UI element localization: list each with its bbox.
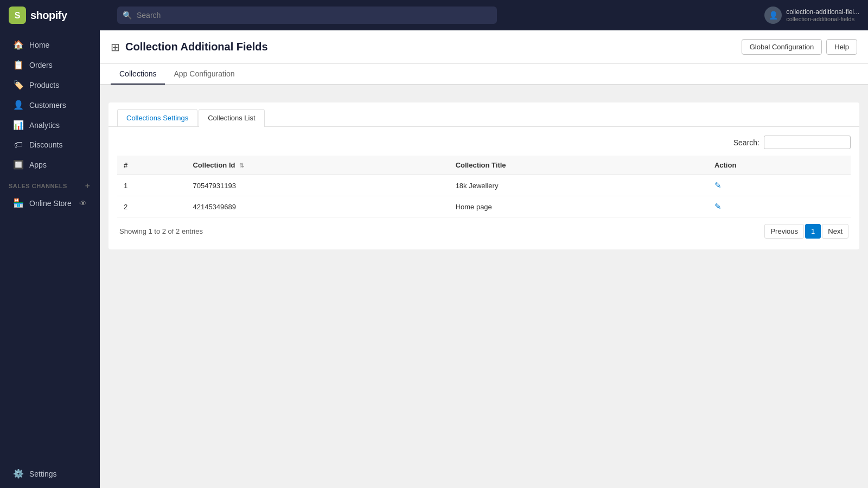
search-input[interactable] [117,7,497,24]
search-row: Search: [117,136,851,149]
cell-collection-title: Home page [449,196,708,217]
cell-collection-id: 42145349689 [186,196,449,217]
cell-action: ✎ [708,196,851,217]
cell-action: ✎ [708,175,851,196]
analytics-icon: 📊 [13,120,24,130]
main-content-area: Collections Settings Collections List Se… [100,85,868,258]
next-button[interactable]: Next [822,224,848,239]
page-title: Collection Additional Fields [125,41,268,53]
search-label: Search: [733,138,760,147]
online-store-icon: 🏪 [13,198,24,208]
cell-collection-id: 70547931193 [186,175,449,196]
page-1-button[interactable]: 1 [805,224,821,239]
table-search-input[interactable] [764,136,851,149]
sort-icon-collection-id: ⇅ [239,162,244,169]
table-area: Search: # Collection Id [108,127,859,249]
sales-channels-label: SALES CHANNELS ＋ [0,175,100,193]
table-header-row: # Collection Id ⇅ Collection Title [117,156,851,175]
showing-text: Showing 1 to 2 of 2 entries [119,227,203,235]
topbar: S shopify 🔍 👤 collection-additional-fiel… [0,0,868,30]
logo-text: shopify [30,9,67,22]
cell-num: 2 [117,196,186,217]
search-bar: 🔍 [117,7,497,24]
col-header-num: # [117,156,186,175]
pagination-buttons: Previous 1 Next [764,224,848,239]
table-row: 2 42145349689 Home page ✎ [117,196,851,217]
sidebar-label-orders: Orders [29,61,53,69]
sidebar-label-online-store: Online Store [29,199,72,208]
page-title-area: ⊞ Collection Additional Fields [111,41,268,54]
sub-tabs: Collections Settings Collections List [108,102,859,127]
search-icon: 🔍 [123,11,132,20]
shopify-logo-icon: S [9,7,26,24]
topbar-right: 👤 collection-additional-fiel... collecti… [764,7,859,24]
user-name: collection-additional-fiel... [786,8,859,16]
sidebar-label-analytics: Analytics [29,121,60,130]
sidebar-item-customers[interactable]: 👤 Customers [4,95,95,114]
cell-collection-title: 18k Jewellery [449,175,708,196]
sub-tab-list[interactable]: Collections List [199,109,264,127]
sidebar-item-online-store[interactable]: 🏪 Online Store 👁 [4,194,95,213]
sidebar-label-apps: Apps [29,160,47,169]
svg-text:S: S [15,11,21,20]
sidebar-item-products[interactable]: 🏷️ Products [4,75,95,94]
user-area[interactable]: 👤 collection-additional-fiel... collecti… [764,7,859,24]
settings-icon: ⚙️ [13,468,24,479]
discounts-icon: 🏷 [13,140,24,150]
header-buttons: Global Configuration Help [742,39,857,55]
online-store-visibility-icon[interactable]: 👁 [79,199,87,208]
page-wrapper: ⊞ Collection Additional Fields Global Co… [100,30,868,488]
sidebar-item-home[interactable]: 🏠 Home [4,35,95,54]
sidebar-label-home: Home [29,41,49,49]
user-info: collection-additional-fiel... collection… [786,8,859,22]
cell-num: 1 [117,175,186,196]
edit-button[interactable]: ✎ [714,202,722,211]
pagination-row: Showing 1 to 2 of 2 entries Previous 1 N… [117,217,851,241]
tab-collections[interactable]: Collections [111,64,165,85]
help-button[interactable]: Help [826,39,857,55]
customers-icon: 👤 [13,100,24,110]
user-sub: collection-additional-fields [786,16,859,22]
previous-button[interactable]: Previous [764,224,804,239]
tab-app-configuration[interactable]: App Configuration [165,64,243,85]
sidebar-label-customers: Customers [29,101,66,110]
edit-button[interactable]: ✎ [714,181,722,190]
sidebar-item-settings[interactable]: ⚙️ Settings [4,464,95,483]
table-row: 1 70547931193 18k Jewellery ✎ [117,175,851,196]
sub-tab-settings[interactable]: Collections Settings [117,109,197,126]
logo-area: S shopify [9,7,108,24]
col-header-action: Action [708,156,851,175]
home-icon: 🏠 [13,40,24,50]
collections-table: # Collection Id ⇅ Collection Title [117,156,851,217]
sidebar-label-settings: Settings [29,470,57,478]
outer-tabs: Collections App Configuration [100,64,868,85]
page-title-icon: ⊞ [111,41,120,54]
sidebar-item-discounts[interactable]: 🏷 Discounts [4,136,95,154]
avatar: 👤 [764,7,782,24]
sidebar-label-discounts: Discounts [29,140,62,149]
page-top: ⊞ Collection Additional Fields Global Co… [100,30,868,85]
sidebar-item-orders[interactable]: 📋 Orders [4,55,95,74]
col-header-collection-title: Collection Title [449,156,708,175]
add-sales-channel-icon[interactable]: ＋ [84,181,92,191]
products-icon: 🏷️ [13,80,24,90]
sidebar-item-apps[interactable]: 🔲 Apps [4,155,95,174]
sidebar-label-products: Products [29,81,59,89]
orders-icon: 📋 [13,60,24,70]
sidebar: 🏠 Home 📋 Orders 🏷️ Products 👤 Customers … [0,30,100,488]
global-config-button[interactable]: Global Configuration [742,39,822,55]
main-layout: 🏠 Home 📋 Orders 🏷️ Products 👤 Customers … [0,30,868,488]
page-header: ⊞ Collection Additional Fields Global Co… [100,30,868,64]
sidebar-item-analytics[interactable]: 📊 Analytics [4,115,95,134]
apps-icon: 🔲 [13,159,24,170]
inner-content-card: Collections Settings Collections List Se… [108,102,859,249]
col-header-collection-id[interactable]: Collection Id ⇅ [186,156,449,175]
